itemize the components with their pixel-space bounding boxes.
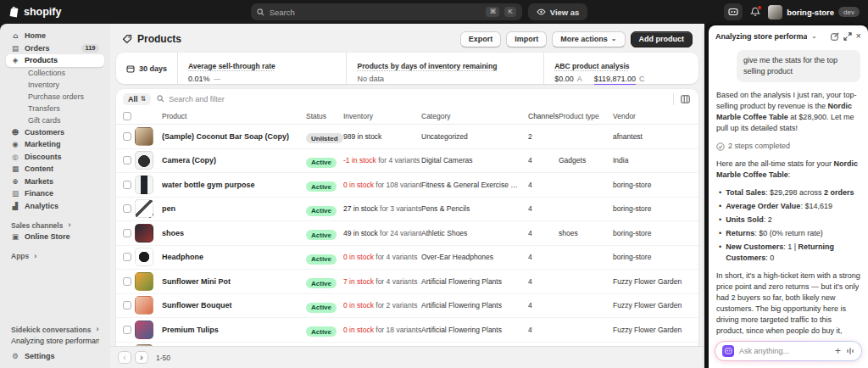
product-name[interactable]: pen	[162, 204, 306, 213]
close-panel-icon[interactable]: ×	[856, 31, 861, 41]
sidebar-item[interactable]: Purchase orders	[6, 91, 104, 103]
sidebar-item[interactable]: ◎ Discounts	[6, 151, 104, 164]
voice-input-icon[interactable]	[846, 347, 854, 355]
sidebar-item-label: Markets	[25, 177, 53, 186]
sidebar-item[interactable]: ▣ Online Store	[6, 231, 104, 243]
row-checkbox[interactable]	[123, 326, 131, 334]
product-row[interactable]: water bottle gym purpose Active 0 in sto…	[116, 173, 698, 198]
sidebar-item-settings[interactable]: ⚙ Settings	[0, 347, 110, 368]
conversation-title[interactable]: Analyzing store performance...	[715, 32, 807, 41]
col-channels: Channels	[523, 112, 559, 120]
channels-cell: 4	[523, 326, 559, 334]
search-and-filter-input[interactable]: Search and filter	[157, 95, 667, 103]
global-search-input[interactable]: Search ⌘ K	[251, 3, 522, 20]
product-thumbnail	[135, 224, 153, 243]
sidebar-item[interactable]: Sidekick conversations ›	[6, 324, 104, 335]
sidebar-item-label: Home	[25, 31, 46, 40]
product-row[interactable]: Headphone Active 0 in stock for 4 varian…	[116, 246, 698, 270]
columns-icon	[681, 95, 690, 103]
chevron-down-icon[interactable]: ⌄	[811, 32, 817, 40]
abc-c-label: C	[639, 75, 645, 83]
sidebar-item[interactable]: ☻ Customers	[6, 126, 104, 139]
row-checkbox[interactable]	[123, 132, 131, 141]
row-checkbox[interactable]	[123, 181, 131, 189]
product-name[interactable]: water bottle gym purpose	[162, 181, 306, 189]
shopify-logo[interactable]: shopify	[8, 6, 114, 18]
sidekick-icon	[722, 345, 734, 357]
notifications-button[interactable]	[750, 7, 760, 17]
product-name[interactable]: (Sample) Coconut Bar Soap (Copy)	[162, 132, 306, 141]
new-conversation-icon[interactable]	[831, 32, 839, 41]
product-row[interactable]: Sunflower Bouquet Active 0 in stock for …	[116, 294, 698, 319]
add-attachment-icon[interactable]: +	[835, 346, 841, 356]
row-checkbox[interactable]	[123, 301, 131, 309]
sidebar-item[interactable]: ▦ Content	[6, 163, 104, 176]
product-name[interactable]: Headphone	[162, 253, 306, 261]
product-name[interactable]: Sunflower Mini Pot	[162, 277, 306, 286]
select-all-checkbox[interactable]	[123, 112, 131, 120]
product-row[interactable]: pen Active 27 in stock for 3 variants Pe…	[116, 198, 698, 222]
product-row[interactable]: (Sample) Coconut Bar Soap (Copy) Unliste…	[116, 125, 698, 149]
add-product-button[interactable]: Add product	[631, 31, 693, 47]
sidebar-item[interactable]: Analyzing store performance a...	[6, 335, 104, 347]
metric-days-inventory[interactable]: Products by days of inventory remaining …	[347, 53, 544, 84]
date-range-selector[interactable]: 30 days	[116, 53, 178, 84]
import-button[interactable]: Import	[506, 31, 547, 47]
sidebar-item[interactable]: Inventory	[6, 79, 104, 91]
row-checkbox[interactable]	[123, 229, 131, 237]
channels-cell: 4	[523, 301, 559, 309]
abc-c-value[interactable]: $119,871.00	[594, 75, 636, 85]
row-checkbox[interactable]	[123, 204, 131, 213]
sidebar-item-icon: ☻	[11, 129, 19, 137]
vendor-cell: boring-store	[613, 253, 698, 261]
sidebar-item[interactable]: ⊕ Markets	[6, 176, 104, 188]
sidebar-item[interactable]: ◈ Products	[6, 54, 104, 67]
product-name[interactable]: Premium Tulips	[162, 326, 306, 334]
trend-dash: —	[214, 75, 221, 83]
account-menu[interactable]: boring-store dev	[768, 5, 860, 20]
product-row[interactable]: Premium Tulips Active 0 in stock for 18 …	[116, 318, 698, 343]
metric-sell-through[interactable]: Average sell-through rate 0.01%—	[178, 53, 347, 84]
previous-page-button[interactable]: ‹	[118, 351, 131, 364]
sidebar-item[interactable]: ◉ Marketing	[6, 138, 104, 151]
sidebar-item[interactable]: Sales channels ›	[6, 220, 104, 231]
sidebar-item-label: Discounts	[25, 153, 62, 161]
export-button[interactable]: Export	[460, 31, 502, 47]
products-table-card: All ⇅ Search and filter	[116, 89, 698, 346]
ask-anything-input[interactable]: Ask anything... +	[715, 341, 862, 361]
expand-panel-icon[interactable]	[843, 32, 852, 41]
sidebar-item[interactable]: ▟ Analytics	[6, 200, 104, 213]
sidebar-item-icon: ⌂	[11, 32, 19, 40]
product-row[interactable]: shoes Active 49 in stock for 24 variants…	[116, 221, 698, 246]
next-page-button[interactable]: ›	[135, 351, 148, 364]
row-checkbox[interactable]	[123, 277, 131, 286]
status-badge: Active	[306, 254, 337, 265]
sidebar-item[interactable]: ▤ Orders 119	[6, 42, 104, 55]
metric-abc-analysis[interactable]: ABC product analysis $0.00A $119,871.00C	[544, 53, 698, 84]
product-name[interactable]: Sunflower Bouquet	[162, 301, 306, 309]
more-actions-button[interactable]: More actions⌄	[552, 31, 625, 47]
sidebar-item[interactable]: Transfers	[6, 103, 104, 114]
view-as-button[interactable]: View as	[528, 3, 588, 20]
row-checkbox[interactable]	[123, 156, 131, 164]
header-actions: Export Import More actions⌄ Add product	[460, 31, 693, 47]
sidebar-item[interactable]: Gift cards	[6, 114, 104, 126]
product-row[interactable]: Sunflower Mini Pot Active 7 in stock for…	[116, 270, 698, 294]
sidekick-toggle-button[interactable]	[724, 3, 743, 20]
topbar: shopify Search ⌘ K View as	[0, 0, 868, 24]
tab-all-filter[interactable]: All ⇅	[123, 93, 151, 105]
sidebar-item[interactable]: Apps ›	[6, 251, 104, 262]
sidebar-item[interactable]: ⌂ Home	[6, 30, 104, 42]
product-name[interactable]: shoes	[162, 229, 306, 237]
product-row[interactable]: Camera (Copy) Active -1 in stock for 4 v…	[116, 149, 698, 174]
chevron-right-icon: ›	[34, 253, 36, 260]
sidebar-item[interactable]: Collections	[6, 67, 104, 79]
product-name[interactable]: Camera (Copy)	[162, 156, 306, 164]
steps-completed[interactable]: 2 steps completed	[716, 141, 860, 152]
edit-columns-button[interactable]	[673, 93, 692, 105]
sidebar-list: ⌂ Home ▤ Orders 119	[0, 30, 110, 347]
col-product-type: Product type	[559, 112, 613, 120]
sidebar-item[interactable]: ▥ Finance	[6, 187, 104, 200]
inventory-cell: 49 in stock for 24 variants	[343, 229, 421, 237]
row-checkbox[interactable]	[123, 253, 131, 261]
